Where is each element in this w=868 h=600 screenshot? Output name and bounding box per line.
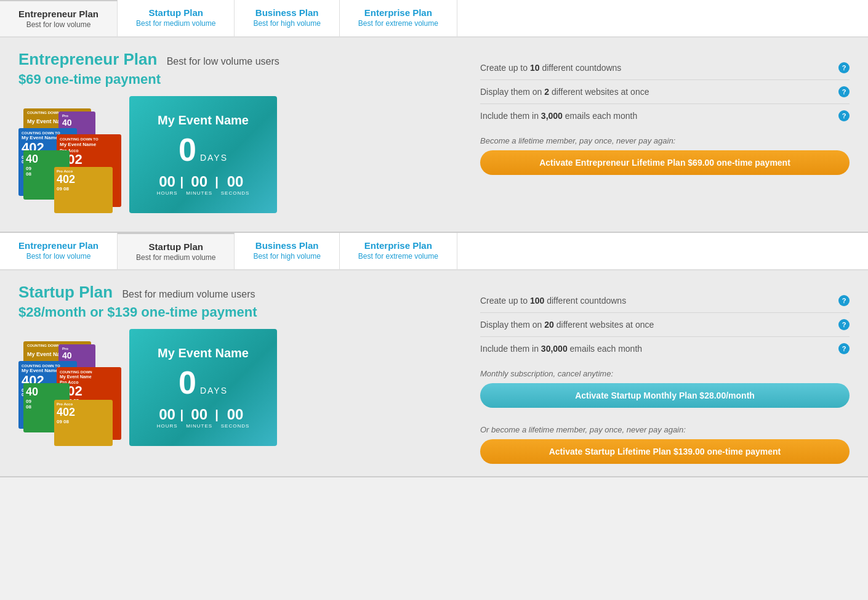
entrepreneur-cta-italic: Become a lifetime member, pay once, neve… [480, 136, 850, 145]
entrepreneur-heading: Entrepreneur Plan Best for low volume us… [18, 50, 462, 69]
tab-business-top-title: Business Plan [253, 7, 320, 18]
startup-hours-unit: 00 HOURS [157, 406, 178, 429]
startup-monthly-btn[interactable]: Activate Startup Monthly Plan $28.00/mon… [480, 383, 850, 408]
days-display: 0 DAYS [179, 134, 228, 166]
startup-seconds-unit: 00 SECONDS [221, 406, 250, 429]
tab-entrepreneur-top-sub: Best for low volume [18, 20, 98, 29]
tab-enterprise-top[interactable]: Enterprise Plan Best for extreme volume [340, 0, 457, 36]
startup-cta-lifetime-italic: Or become a lifetime member, pay once, n… [480, 425, 850, 434]
tab-business-mid[interactable]: Business Plan Best for high volume [235, 233, 339, 269]
tab-business-top[interactable]: Business Plan Best for high volume [235, 0, 339, 36]
feature-row-3: Include them in 3,000 emails each month … [480, 104, 850, 128]
startup-right: Create up to 100 different countdowns ? … [480, 283, 850, 464]
startup-timer-event-name: My Event Name [158, 346, 249, 360]
startup-features: Create up to 100 different countdowns ? … [480, 289, 850, 360]
feature-row-1: Create up to 10 different countdowns ? [480, 56, 850, 80]
sep2: | [215, 175, 219, 189]
entrepreneur-right: Create up to 10 different countdowns ? D… [480, 50, 850, 219]
startup-feature-row-3: Include them in 30,000 emails each month… [480, 337, 850, 360]
entrepreneur-price: $69 one-time payment [18, 71, 462, 87]
feature-text-2: Display them on 2 different websites at … [480, 87, 649, 97]
startup-help-icon-2[interactable]: ? [838, 319, 850, 330]
feature-text-1: Create up to 10 different countdowns [480, 63, 621, 73]
days-label: DAYS [200, 153, 228, 163]
main-timer-startup: My Event Name 0 DAYS 00 HOURS | 00 M [129, 329, 277, 446]
startup-minutes-unit: 00 MINUTES [186, 406, 212, 429]
tab-startup-top-title: Startup Plan [136, 7, 215, 18]
entrepreneur-activate-btn[interactable]: Activate Entrepreneur Lifetime Plan $69.… [480, 150, 850, 175]
feature-row-2: Display them on 2 different websites at … [480, 80, 850, 104]
main-timer-entrepreneur: My Event Name 0 DAYS 00 HOURS | 00 M [129, 96, 277, 213]
startup-cta-monthly-italic: Monthly subscription, cancel anytime: [480, 369, 850, 378]
tab-business-top-sub: Best for high volume [253, 19, 320, 28]
startup-feature-text-1: Create up to 100 different countdowns [480, 296, 626, 306]
tab-entrepreneur-top[interactable]: Entrepreneur Plan Best for low volume [0, 0, 118, 36]
tab-startup-mid[interactable]: Startup Plan Best for medium volume [118, 233, 235, 269]
mini-timer-s6: Pro Acco 402 09 08 [54, 400, 113, 446]
startup-subtitle: Best for medium volume users [122, 289, 255, 299]
entrepreneur-section: Entrepreneur Plan Best for low volume us… [0, 38, 868, 233]
entrepreneur-cta: Become a lifetime member, pay once, neve… [480, 136, 850, 175]
seconds-unit: 00 SECONDS [221, 173, 250, 196]
startup-sep2: | [215, 408, 219, 422]
startup-feature-row-1: Create up to 100 different countdowns ? [480, 289, 850, 313]
days-number: 0 [179, 134, 196, 166]
startup-cta-lifetime: Or become a lifetime member, pay once, n… [480, 425, 850, 464]
main-timer-event-name: My Event Name [158, 113, 249, 128]
tab-enterprise-mid-title: Enterprise Plan [358, 240, 438, 251]
tab-business-mid-sub: Best for high volume [253, 252, 320, 261]
entrepreneur-left: Entrepreneur Plan Best for low volume us… [18, 50, 462, 219]
startup-left: Startup Plan Best for medium volume user… [18, 283, 462, 464]
hours-unit: 00 HOURS [157, 173, 178, 196]
startup-help-icon-3[interactable]: ? [838, 343, 850, 354]
entrepreneur-content: Entrepreneur Plan Best for low volume us… [18, 50, 850, 219]
time-row: 00 HOURS | 00 MINUTES | 00 SECONDS [157, 173, 250, 196]
startup-lifetime-btn[interactable]: Activate Startup Lifetime Plan $139.00 o… [480, 439, 850, 464]
tab-enterprise-mid-sub: Best for extreme volume [358, 252, 438, 261]
entrepreneur-subtitle: Best for low volume users [167, 56, 279, 67]
startup-price: $28/month or $139 one-time payment [18, 304, 462, 320]
startup-cta-monthly: Monthly subscription, cancel anytime: Ac… [480, 369, 850, 416]
help-icon-3[interactable]: ? [838, 110, 850, 121]
stacked-timers: COUNTING DOWN TO DEC 31, 2013 My Event N… [18, 108, 142, 219]
startup-feature-row-2: Display them on 20 different websites at… [480, 313, 850, 337]
mid-tab-bar: Entrepreneur Plan Best for low volume St… [0, 233, 868, 270]
tab-entrepreneur-mid[interactable]: Entrepreneur Plan Best for low volume [0, 233, 118, 269]
startup-feature-text-3: Include them in 30,000 emails each month [480, 344, 642, 354]
startup-days-display: 0 DAYS [179, 367, 228, 399]
top-tab-bar: Entrepreneur Plan Best for low volume St… [0, 0, 868, 38]
sep1: | [180, 175, 184, 189]
help-icon-1[interactable]: ? [838, 62, 850, 73]
startup-feature-text-2: Display them on 20 different websites at… [480, 320, 654, 330]
entrepreneur-widget-preview: COUNTING DOWN TO DEC 31, 2013 My Event N… [18, 96, 277, 219]
startup-heading: Startup Plan Best for medium volume user… [18, 283, 462, 302]
startup-sep1: | [180, 408, 184, 422]
tab-startup-top-sub: Best for medium volume [136, 19, 215, 28]
startup-content: Startup Plan Best for medium volume user… [18, 283, 850, 464]
tab-business-mid-title: Business Plan [253, 240, 320, 251]
tab-entrepreneur-mid-title: Entrepreneur Plan [18, 240, 98, 251]
startup-widget-preview: COUNTING DOWN TO DEC 31, 2013 My Event N… [18, 329, 277, 452]
tab-enterprise-mid[interactable]: Enterprise Plan Best for extreme volume [340, 233, 457, 269]
startup-help-icon-1[interactable]: ? [838, 295, 850, 306]
startup-section: Startup Plan Best for medium volume user… [0, 270, 868, 477]
stacked-timers-startup: COUNTING DOWN TO DEC 31, 2013 My Event N… [18, 341, 142, 452]
feature-text-3: Include them in 3,000 emails each month [480, 111, 637, 121]
entrepreneur-plan-name: Entrepreneur Plan [18, 50, 157, 68]
startup-plan-name: Startup Plan [18, 283, 113, 301]
tab-startup-mid-sub: Best for medium volume [136, 253, 215, 262]
tab-startup-mid-title: Startup Plan [136, 241, 215, 252]
help-icon-2[interactable]: ? [838, 86, 850, 97]
minutes-unit: 00 MINUTES [186, 173, 212, 196]
entrepreneur-features: Create up to 10 different countdowns ? D… [480, 56, 850, 128]
tab-entrepreneur-top-title: Entrepreneur Plan [18, 9, 98, 19]
startup-days-label: DAYS [200, 386, 228, 395]
mini-timer-6: Pro Acco 402 09 08 [54, 167, 113, 213]
startup-time-row: 00 HOURS | 00 MINUTES | 00 SECONDS [157, 406, 250, 429]
tab-startup-top[interactable]: Startup Plan Best for medium volume [118, 0, 235, 36]
tab-enterprise-top-sub: Best for extreme volume [358, 19, 438, 28]
tab-enterprise-top-title: Enterprise Plan [358, 7, 438, 18]
startup-days-number: 0 [179, 367, 196, 399]
tab-entrepreneur-mid-sub: Best for low volume [18, 252, 98, 261]
